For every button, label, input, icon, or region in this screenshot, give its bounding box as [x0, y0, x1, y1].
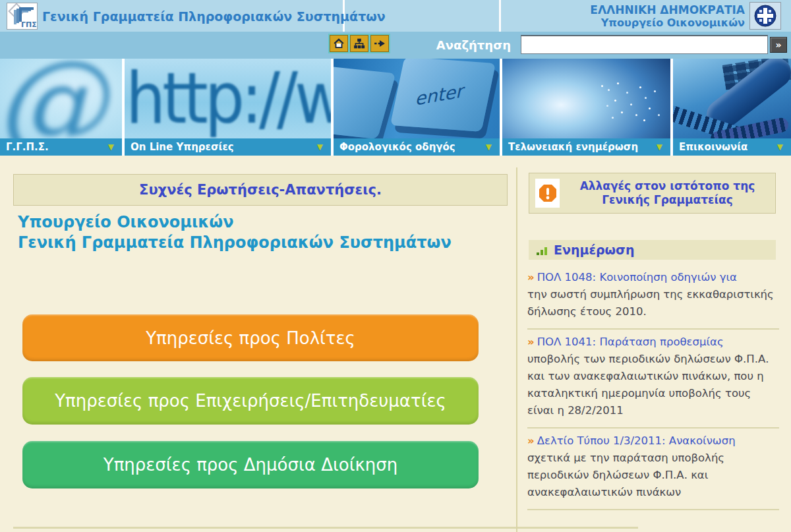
news-item: »ΠΟΛ 1048: Κοινοποίηση οδηγιών για την σ…: [527, 265, 779, 330]
keyboard-key-graphic: [334, 65, 396, 138]
http-www-graphic: http://www: [126, 59, 331, 138]
banner-telephone-photo: [673, 59, 791, 138]
search-submit-button[interactable]: »: [770, 37, 787, 53]
search-label: Αναζήτηση: [382, 32, 511, 59]
site-changes-panel: Αλλαγές στον ιστότοπο της Γενικής Γραμμα…: [529, 173, 776, 214]
ministry-emblem: [749, 2, 781, 30]
nav-item-contact[interactable]: Επικοινωνία ▼: [673, 138, 791, 156]
news-link[interactable]: ΠΟΛ 1048: Κοινοποίηση οδηγιών για: [537, 271, 737, 283]
page-title-line1: Υπουργείο Οικονομικών: [18, 212, 452, 233]
banner-http-www-photo: http://www: [125, 59, 331, 138]
nav-item-ggps[interactable]: Γ.Γ.Π.Σ. ▼: [0, 138, 122, 156]
news-link[interactable]: ΠΟΛ 1041: Παράταση προθεσμίας: [537, 336, 724, 348]
services-businesses-label: Υπηρεσίες προς Επιχειρήσεις/Επιτηδευματί…: [55, 391, 446, 411]
services-businesses-button[interactable]: Υπηρεσίες προς Επιχειρήσεις/Επιτηδευματί…: [22, 377, 479, 425]
home-icon: [333, 38, 345, 49]
news-text: σχετικά με την παράταση υποβολής περιοδι…: [527, 450, 779, 501]
header-top-bar: ΓΠΣ Γενική Γραμματεία Πληροφοριακών Συστ…: [0, 0, 791, 32]
chevron-down-icon: ▼: [317, 138, 323, 156]
republic-line1: ΕΛΛΗΝΙΚΗ ΔΗΜΟΚΡΑΤΙΑ: [481, 3, 745, 16]
chevron-down-icon: ▼: [657, 138, 662, 156]
site-name: Γενική Γραμματεία Πληροφοριακών Συστημάτ…: [42, 0, 386, 32]
sitemap-icon: [353, 38, 365, 49]
page-title-line2: Γενική Γραμματεία Πληροφοριακών Συστημάτ…: [18, 233, 452, 253]
news-chart-icon: [535, 243, 548, 256]
nav-item-label: Επικοινωνία: [679, 141, 747, 153]
hellenic-republic-block: ΕΛΛΗΝΙΚΗ ΔΗΜΟΚΡΑΤΙΑ Υπουργείο Οικονομικώ…: [481, 3, 745, 29]
nav-item-label: Φορολογικός οδηγός: [339, 141, 455, 153]
page-title: Υπουργείο Οικονομικών Γενική Γραμματεία …: [18, 212, 452, 253]
news-bullet-icon: »: [527, 336, 535, 348]
news-item: »Δελτίο Τύπου 1/3/2011: Ανακοίνωση σχετι…: [527, 429, 779, 510]
search-input[interactable]: [521, 35, 768, 54]
main-navigation: Γ.Γ.Π.Σ. ▼ On Line Υπηρεσίες ▼ Φορολογικ…: [0, 138, 791, 156]
enter-key-label: enter: [415, 81, 463, 109]
banner-strip: @ http://www enter: [0, 59, 791, 138]
services-public-admin-button[interactable]: Υπηρεσίες προς Δημόσια Διοίκηση: [22, 441, 479, 488]
alert-icon: [538, 183, 558, 203]
news-section-header: Ενημέρωση: [529, 240, 776, 260]
nav-item-online-services[interactable]: On Line Υπηρεσίες ▼: [125, 138, 331, 156]
home-button[interactable]: [330, 35, 348, 52]
faq-banner: Συχνές Ερωτήσεις-Απαντήσεις.: [13, 174, 508, 206]
services-citizens-button[interactable]: Υπηρεσίες προς Πολίτες: [22, 314, 479, 361]
gsis-logo-icon: ΓΠΣ: [7, 3, 37, 29]
fiber-optic-dots: [601, 85, 603, 87]
news-list: »ΠΟΛ 1048: Κοινοποίηση οδηγιών για την σ…: [527, 265, 779, 510]
news-link[interactable]: Δελτίο Τύπου 1/3/2011: Ανακοίνωση: [537, 434, 736, 447]
svg-text:ΓΠΣ: ΓΠΣ: [21, 20, 37, 29]
at-symbol-graphic: @: [0, 59, 107, 138]
page: ΓΠΣ Γενική Γραμματεία Πληροφοριακών Συστ…: [0, 0, 791, 532]
news-text: υποβολής των περιοδικών δηλώσεων Φ.Π.Α. …: [527, 351, 779, 419]
footer-divider: [13, 527, 638, 529]
nav-item-tax-guide[interactable]: Φορολογικός οδηγός ▼: [334, 138, 500, 156]
ministry-emblem-icon: [753, 4, 777, 28]
faq-link[interactable]: Συχνές Ερωτήσεις-Απαντήσεις.: [139, 182, 382, 198]
news-bullet-icon: »: [527, 271, 535, 283]
news-item: »ΠΟΛ 1041: Παράταση προθεσμίας υποβολής …: [527, 330, 779, 429]
republic-line2: Υπουργείο Οικονομικών: [481, 16, 745, 29]
enter-key-graphic: enter: [390, 59, 496, 132]
column-divider: [516, 167, 517, 532]
news-text: την σωστή συμπλήρωση της εκκαθαριστικής …: [527, 286, 779, 320]
site-changes-link-line2: Γενικής Γραμματείας: [560, 193, 775, 207]
banner-at-symbol-photo: @: [0, 59, 122, 138]
chevron-down-icon: ▼: [486, 138, 492, 156]
nav-item-label: On Line Υπηρεσίες: [131, 141, 234, 153]
nav-item-customs-info[interactable]: Τελωνειακή ενημέρωση ▼: [502, 138, 670, 156]
nav-item-label: Γ.Γ.Π.Σ.: [6, 141, 49, 153]
alert-icon-box: [535, 179, 560, 208]
gsis-logo: ΓΠΣ: [7, 3, 38, 30]
chevron-down-icon: ▼: [108, 138, 114, 156]
site-changes-link-line1: Αλλαγές στον ιστότοπο της: [560, 179, 775, 193]
banner-enter-key-photo: enter: [334, 59, 500, 138]
nav-item-label: Τελωνειακή ενημέρωση: [508, 141, 638, 153]
header-toolbar-row: Αναζήτηση »: [0, 32, 791, 59]
news-section-title: Ενημέρωση: [554, 243, 634, 257]
news-bullet-icon: »: [527, 434, 535, 447]
toolbar-icon-group: [328, 34, 390, 53]
services-citizens-label: Υπηρεσίες προς Πολίτες: [146, 328, 355, 348]
site-changes-link[interactable]: Αλλαγές στον ιστότοπο της Γενικής Γραμμα…: [560, 179, 775, 207]
chevron-down-icon: ▼: [777, 138, 783, 156]
banner-fiber-optics-photo: [502, 59, 670, 138]
sitemap-button[interactable]: [350, 35, 368, 52]
services-public-admin-label: Υπηρεσίες προς Δημόσια Διοίκηση: [103, 455, 397, 475]
